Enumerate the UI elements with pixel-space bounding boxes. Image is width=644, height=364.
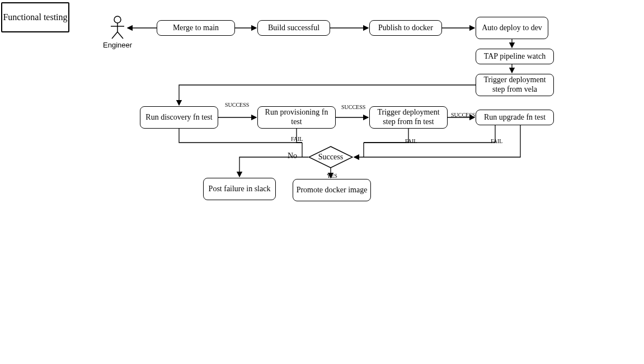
node-merge-label: Merge to main [173, 23, 219, 33]
node-trigger-fn: Trigger deployment step from fn test [369, 106, 448, 129]
diagram-title: Functional testing [1, 2, 69, 32]
label-success-1: SUCCESS [225, 102, 249, 108]
node-promote-label: Promote docker image [297, 186, 368, 195]
node-merge: Merge to main [157, 20, 235, 36]
node-discovery: Run discovery fn test [140, 106, 218, 129]
diagram-title-text: Functional testing [3, 12, 67, 22]
node-provisioning: Run provisioning fn test [257, 106, 336, 129]
node-upgrade: Run upgrade fn test [476, 110, 554, 125]
svg-line-3 [112, 32, 117, 39]
node-trigger-fn-label: Trigger deployment step from fn test [372, 108, 445, 127]
node-autodeploy-label: Auto deploy to dev [482, 23, 542, 33]
svg-line-4 [117, 32, 123, 39]
label-yes: YES [327, 173, 337, 179]
label-fail-2: FAIL [405, 138, 417, 144]
label-success-3: SUCCESS [451, 112, 475, 118]
node-trigger-vela: Trigger deployment step from vela [476, 74, 554, 96]
svg-point-0 [114, 16, 121, 23]
node-discovery-label: Run discovery fn test [145, 113, 212, 122]
node-promote: Promote docker image [293, 179, 371, 201]
node-publish-label: Publish to docker [378, 23, 433, 33]
node-tapwatch-label: TAP pipeline watch [484, 52, 546, 62]
label-fail-3: FAIL [491, 138, 502, 144]
node-build-label: Build successful [268, 23, 319, 33]
node-tapwatch: TAP pipeline watch [476, 49, 554, 64]
stick-figure-icon [106, 15, 129, 40]
node-trigger-vela-label: Trigger deployment step from vela [478, 75, 551, 94]
node-autodeploy: Auto deploy to dev [476, 17, 548, 39]
node-build: Build successful [257, 20, 330, 36]
node-post-failure: Post failure in slack [203, 178, 276, 200]
label-no: No [288, 152, 297, 160]
actor-label: Engineer [103, 41, 132, 49]
node-provisioning-label: Run provisioning fn test [260, 108, 333, 127]
node-success-decision: Success [308, 146, 353, 168]
node-upgrade-label: Run upgrade fn test [484, 113, 546, 122]
node-post-failure-label: Post failure in slack [209, 185, 271, 194]
label-fail-1: FAIL [291, 136, 303, 142]
label-success-2: SUCCESS [341, 104, 365, 110]
actor-engineer: Engineer [103, 15, 132, 49]
node-success-label: Success [318, 153, 343, 162]
node-publish: Publish to docker [369, 20, 442, 36]
